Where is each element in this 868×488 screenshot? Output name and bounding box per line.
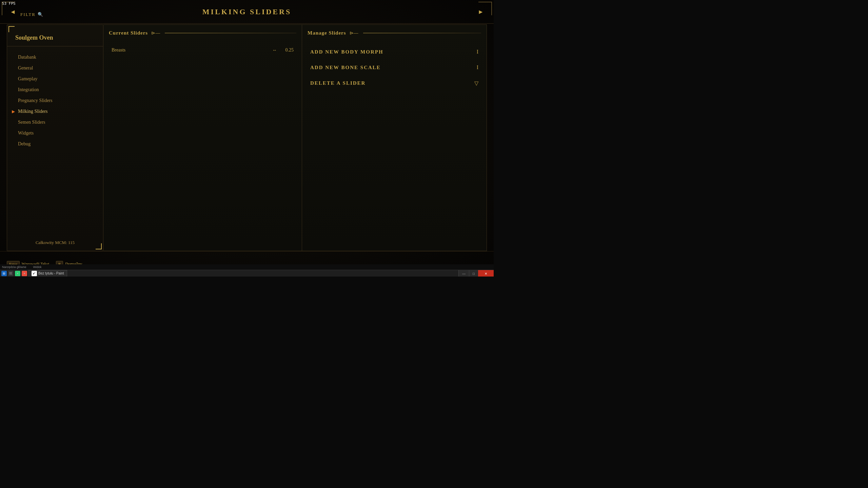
current-sliders-icon: ⊳— bbox=[151, 30, 160, 36]
sidebar-item-widgets[interactable]: Widgets bbox=[7, 128, 103, 139]
current-sliders-header: Current Sliders ⊳— bbox=[109, 30, 296, 39]
delete-slider-button[interactable]: DELETE A SLIDER ▽ bbox=[308, 75, 481, 91]
maximize-icon: □ bbox=[473, 272, 475, 276]
sidebar-item-integration[interactable]: Integration bbox=[7, 84, 103, 95]
sidebar-label-gameplay: Gameplay bbox=[18, 76, 38, 82]
window-controls: — □ ✕ bbox=[458, 270, 494, 277]
add-body-morph-button[interactable]: ADD NEW BODY MORPH I bbox=[308, 44, 481, 60]
minimize-icon: — bbox=[462, 272, 466, 276]
sidebar-label-milking-sliders: Milking Sliders bbox=[18, 109, 48, 114]
manage-sliders-header: Manage Sliders ⊳— bbox=[308, 30, 481, 39]
sidebar-footer: Całkowity MCM: 115 bbox=[7, 240, 103, 245]
sidebar-item-general[interactable]: General bbox=[7, 63, 103, 74]
view-label: Widok bbox=[33, 265, 42, 269]
nav-left-button[interactable]: ◄ bbox=[7, 7, 19, 16]
taskbar-icon-3: ● bbox=[15, 271, 20, 276]
search-icon: 🔍 bbox=[38, 12, 44, 17]
sidebar-item-gameplay[interactable]: Gameplay bbox=[7, 74, 103, 84]
nav-left-icon: ◄ bbox=[10, 8, 16, 16]
main-content: Soulgem Oven Databank General Gameplay I… bbox=[7, 24, 487, 251]
taskbar-labels: Narzędzia główne Widok bbox=[0, 264, 494, 270]
taskbar-items: ⊞ IE ● ● 🖌 Bez tytułu - Paint bbox=[0, 270, 68, 277]
slider-breasts-arrows[interactable]: ↔ bbox=[272, 47, 277, 53]
add-body-morph-label: ADD NEW BODY MORPH bbox=[310, 49, 477, 55]
sidebar-footer-value: 115 bbox=[68, 240, 75, 245]
sidebar-item-milking-sliders[interactable]: Milking Sliders bbox=[7, 106, 103, 117]
sidebar-label-pregnancy-sliders: Pregnancy Sliders bbox=[18, 98, 52, 103]
taskbar-paint-app[interactable]: 🖌 Bez tytułu - Paint bbox=[28, 270, 67, 277]
delete-slider-icon: ▽ bbox=[474, 80, 478, 86]
sidebar-label-debug: Debug bbox=[18, 141, 31, 147]
sidebar-item-debug[interactable]: Debug bbox=[7, 139, 103, 149]
maximize-button[interactable]: □ bbox=[469, 270, 478, 277]
sidebar-item-pregnancy-sliders[interactable]: Pregnancy Sliders bbox=[7, 95, 103, 106]
sidebar-footer-label: Całkowity MCM: bbox=[36, 240, 67, 245]
taskbar: ⊞ IE ● ● 🖌 Bez tytułu - Paint ? — □ ✕ bbox=[0, 270, 494, 277]
taskbar-icon-2: IE bbox=[8, 271, 14, 276]
close-icon: ✕ bbox=[485, 272, 487, 276]
sidebar-item-semen-sliders[interactable]: Semen Sliders bbox=[7, 117, 103, 128]
close-button[interactable]: ✕ bbox=[478, 270, 494, 277]
top-bar: ◄ FILTR 🔍 MILKING SLIDERS ► bbox=[0, 0, 494, 24]
sidebar-label-widgets: Widgets bbox=[18, 130, 34, 136]
filter-label: FILTR bbox=[20, 12, 36, 17]
add-bone-scale-button[interactable]: ADD NEW BONE SCALE I bbox=[308, 60, 481, 75]
page-title: MILKING SLIDERS bbox=[202, 7, 291, 16]
sidebar-label-semen-sliders: Semen Sliders bbox=[18, 120, 45, 125]
current-sliders-title: Current Sliders bbox=[109, 30, 148, 36]
slider-breasts-label: Breasts bbox=[112, 47, 272, 53]
delete-slider-label: DELETE A SLIDER bbox=[310, 80, 474, 86]
add-bone-scale-label: ADD NEW BONE SCALE bbox=[310, 65, 477, 70]
sidebar-title: Soulgem Oven bbox=[7, 32, 103, 46]
current-sliders-divider bbox=[165, 33, 296, 33]
add-bone-scale-icon: I bbox=[477, 64, 478, 70]
manage-sliders-icon: ⊳— bbox=[350, 30, 358, 36]
paint-app-label: Bez tytułu - Paint bbox=[38, 271, 64, 275]
taskbar-icon-4: ● bbox=[22, 271, 27, 276]
manage-sliders-divider bbox=[363, 33, 481, 33]
paint-app-icon: 🖌 bbox=[32, 271, 37, 276]
minimize-button[interactable]: — bbox=[458, 270, 469, 277]
slider-breasts-value: 0.25 bbox=[280, 47, 294, 53]
fps-counter: 53 FPS bbox=[2, 1, 16, 6]
sidebar-item-databank[interactable]: Databank bbox=[7, 52, 103, 63]
sidebar-label-databank: Databank bbox=[18, 55, 36, 60]
nav-right-button[interactable]: ► bbox=[475, 7, 487, 16]
slider-breasts[interactable]: Breasts ↔ 0.25 bbox=[109, 44, 296, 56]
sidebar-label-general: General bbox=[18, 65, 33, 71]
manage-sliders-title: Manage Sliders bbox=[308, 30, 346, 36]
right-panel: Manage Sliders ⊳— ADD NEW BODY MORPH I A… bbox=[302, 24, 487, 251]
filter-button[interactable]: FILTR 🔍 bbox=[20, 12, 44, 17]
tools-label: Narzędzia główne bbox=[2, 265, 26, 269]
center-panel: Current Sliders ⊳— Breasts ↔ 0.25 bbox=[103, 24, 302, 251]
sidebar-label-integration: Integration bbox=[18, 87, 39, 93]
taskbar-icon-1: ⊞ bbox=[1, 271, 7, 276]
nav-right-icon: ► bbox=[478, 8, 484, 16]
add-body-morph-icon: I bbox=[477, 49, 478, 55]
sidebar: Soulgem Oven Databank General Gameplay I… bbox=[7, 24, 103, 251]
